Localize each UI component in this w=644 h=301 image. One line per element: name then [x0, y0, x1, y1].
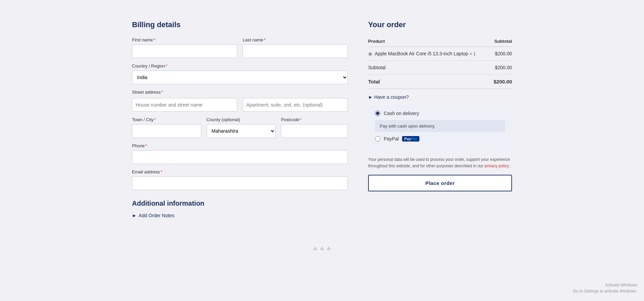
first-name-group: First name*	[132, 37, 237, 58]
street-address2-input[interactable]	[243, 98, 348, 112]
country-label: Country / Region*	[132, 63, 348, 69]
coupon-toggle[interactable]: ► Have a coupon?	[368, 94, 512, 100]
cod-description: Pay with cash upon delivery.	[375, 120, 505, 132]
subtotal-header: Subtotal	[491, 36, 512, 47]
first-name-input[interactable]	[132, 44, 237, 58]
postcode-input[interactable]	[281, 124, 348, 138]
street-address-label-group: Street address*	[132, 90, 348, 97]
order-section: Your order Product Subtotal ◉ Apple MacB…	[368, 20, 512, 191]
subtotal-label: Subtotal	[368, 61, 491, 75]
coupon-section: ► Have a coupon?	[368, 94, 512, 100]
paypal-radio[interactable]	[375, 136, 380, 142]
windows-activate-notice: Activate Windows Go to Settings to activ…	[573, 282, 637, 294]
county-label: County (optional)	[207, 117, 276, 122]
coupon-label: Have a coupon?	[374, 94, 409, 100]
email-label: Email address*	[132, 169, 348, 174]
billing-title: Billing details	[132, 20, 348, 29]
arrow-right-icon-coupon: ►	[368, 94, 373, 100]
street-address-input[interactable]	[132, 98, 237, 112]
phone-input[interactable]	[132, 150, 348, 164]
last-name-label: Last name*	[243, 37, 348, 42]
total-label: Total	[368, 75, 491, 89]
country-select[interactable]: India United States United Kingdom Austr…	[132, 71, 348, 84]
product-row: ◉ Apple MacBook Air Core i5 13.3-inch La…	[368, 47, 512, 61]
last-name-input[interactable]	[243, 44, 348, 58]
postcode-label: Postcode*	[281, 117, 348, 122]
product-price: $200.00	[491, 47, 512, 61]
total-row: Total $200.00	[368, 75, 512, 89]
privacy-text: Your personal data will be used to proce…	[368, 156, 512, 169]
cod-radio[interactable]	[375, 111, 380, 116]
order-title: Your order	[368, 20, 512, 29]
subtotal-value: $200.00	[491, 61, 512, 75]
cod-label[interactable]: Cash on delivery	[384, 111, 419, 116]
paypal-label[interactable]: PayPal	[384, 136, 399, 142]
total-value: $200.00	[491, 75, 512, 89]
subtotal-row: Subtotal $200.00	[368, 61, 512, 75]
order-table: Product Subtotal ◉ Apple MacBook Air Cor…	[368, 36, 512, 89]
activate-windows-subtitle: Go to Settings to activate Windows.	[573, 288, 637, 294]
county-select[interactable]: Maharashtra Delhi Gujarat Karnataka Tami…	[207, 124, 276, 138]
last-name-group: Last name*	[243, 37, 348, 58]
city-input[interactable]	[132, 124, 201, 138]
street-address2-group	[243, 98, 348, 112]
street-address-group	[132, 98, 237, 112]
city-label: Town / City*	[132, 117, 201, 122]
billing-section: Billing details First name* Last name* C…	[132, 20, 348, 218]
phone-group: Phone*	[132, 143, 348, 164]
product-qty: × 1	[470, 51, 476, 56]
place-order-button[interactable]: Place order	[368, 175, 512, 191]
country-group: Country / Region* India United States Un…	[132, 63, 348, 84]
activate-windows-title: Activate Windows	[573, 282, 637, 288]
bottom-decoration: ▲▲▲	[0, 239, 644, 257]
street-address-label: Street address*	[132, 90, 348, 95]
first-name-label: First name*	[132, 37, 237, 42]
paypal-payment-option: PayPal PayPal	[375, 136, 505, 142]
cod-payment-option: Cash on delivery	[375, 111, 505, 116]
email-group: Email address*	[132, 169, 348, 190]
add-order-notes-link[interactable]: ► Add Order Notes	[132, 213, 348, 218]
additional-info-title: Additional information	[132, 200, 348, 207]
product-header: Product	[368, 36, 491, 47]
postcode-group: Postcode*	[281, 117, 348, 138]
product-name-text: Apple MacBook Air Core i5 13.3-inch Lapt…	[375, 51, 468, 56]
paypal-badge: PayPal	[402, 136, 419, 142]
arrow-right-icon: ►	[132, 213, 137, 218]
privacy-policy-link[interactable]: privacy policy	[485, 164, 510, 168]
remove-product-icon[interactable]: ◉	[368, 51, 372, 56]
city-group: Town / City*	[132, 117, 201, 138]
email-input[interactable]	[132, 176, 348, 190]
payment-section: Cash on delivery Pay with cash upon deli…	[368, 105, 512, 151]
phone-label: Phone*	[132, 143, 348, 148]
county-group: County (optional) Maharashtra Delhi Guja…	[207, 117, 276, 138]
